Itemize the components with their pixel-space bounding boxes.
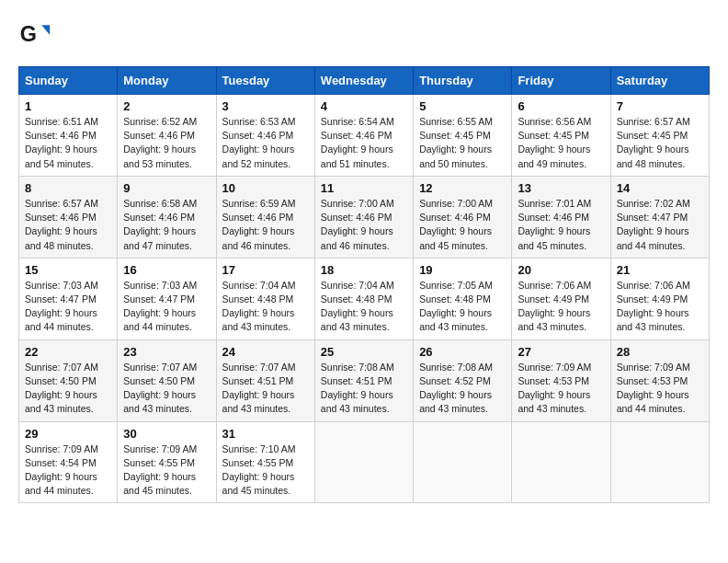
day-number: 18 bbox=[321, 263, 407, 277]
day-info: Sunrise: 7:06 AM Sunset: 4:49 PM Dayligh… bbox=[617, 279, 703, 335]
day-number: 20 bbox=[518, 263, 604, 277]
day-number: 5 bbox=[419, 99, 506, 113]
col-header-sunday: Sunday bbox=[19, 67, 118, 95]
day-info: Sunrise: 7:03 AM Sunset: 4:47 PM Dayligh… bbox=[25, 279, 111, 335]
day-cell: 3 Sunrise: 6:53 AM Sunset: 4:46 PM Dayli… bbox=[216, 95, 314, 177]
day-cell: 25 Sunrise: 7:08 AM Sunset: 4:51 PM Dayl… bbox=[314, 339, 413, 421]
day-number: 29 bbox=[25, 427, 111, 441]
day-info: Sunrise: 7:10 AM Sunset: 4:55 PM Dayligh… bbox=[222, 442, 309, 499]
day-headers-row: SundayMondayTuesdayWednesdayThursdayFrid… bbox=[19, 67, 710, 95]
day-cell: 26 Sunrise: 7:08 AM Sunset: 4:52 PM Dayl… bbox=[414, 339, 512, 421]
day-info: Sunrise: 7:09 AM Sunset: 4:53 PM Dayligh… bbox=[617, 361, 703, 417]
week-row-1: 1 Sunrise: 6:51 AM Sunset: 4:46 PM Dayli… bbox=[19, 95, 710, 177]
day-info: Sunrise: 6:56 AM Sunset: 4:45 PM Dayligh… bbox=[518, 115, 604, 171]
day-info: Sunrise: 6:59 AM Sunset: 4:46 PM Dayligh… bbox=[222, 197, 309, 253]
day-number: 21 bbox=[617, 263, 703, 277]
page-header: G bbox=[18, 18, 710, 52]
logo-icon: G bbox=[18, 18, 51, 52]
day-number: 2 bbox=[123, 99, 210, 113]
day-info: Sunrise: 7:02 AM Sunset: 4:47 PM Dayligh… bbox=[617, 197, 703, 253]
day-cell: 23 Sunrise: 7:07 AM Sunset: 4:50 PM Dayl… bbox=[118, 339, 216, 421]
day-cell: 9 Sunrise: 6:58 AM Sunset: 4:46 PM Dayli… bbox=[118, 176, 216, 258]
day-number: 15 bbox=[25, 263, 111, 277]
day-number: 13 bbox=[518, 181, 604, 195]
col-header-thursday: Thursday bbox=[414, 67, 512, 95]
day-number: 28 bbox=[617, 345, 703, 359]
day-cell: 21 Sunrise: 7:06 AM Sunset: 4:49 PM Dayl… bbox=[610, 258, 709, 339]
day-number: 4 bbox=[321, 99, 407, 113]
week-row-4: 22 Sunrise: 7:07 AM Sunset: 4:50 PM Dayl… bbox=[19, 339, 710, 421]
day-info: Sunrise: 7:03 AM Sunset: 4:47 PM Dayligh… bbox=[123, 279, 210, 335]
day-number: 1 bbox=[25, 99, 111, 113]
day-number: 31 bbox=[222, 427, 309, 441]
day-info: Sunrise: 7:07 AM Sunset: 4:51 PM Dayligh… bbox=[222, 361, 309, 417]
day-number: 27 bbox=[518, 345, 604, 359]
day-info: Sunrise: 6:52 AM Sunset: 4:46 PM Dayligh… bbox=[123, 115, 210, 171]
day-number: 26 bbox=[419, 345, 506, 359]
day-info: Sunrise: 7:00 AM Sunset: 4:46 PM Dayligh… bbox=[419, 197, 506, 253]
day-info: Sunrise: 6:53 AM Sunset: 4:46 PM Dayligh… bbox=[222, 115, 309, 171]
day-info: Sunrise: 7:09 AM Sunset: 4:53 PM Dayligh… bbox=[518, 361, 604, 417]
calendar-body: 1 Sunrise: 6:51 AM Sunset: 4:46 PM Dayli… bbox=[19, 95, 710, 503]
calendar-table: SundayMondayTuesdayWednesdayThursdayFrid… bbox=[18, 66, 710, 503]
day-number: 24 bbox=[222, 345, 309, 359]
day-cell bbox=[314, 421, 413, 503]
day-number: 30 bbox=[123, 427, 210, 441]
day-number: 16 bbox=[123, 263, 210, 277]
day-cell: 12 Sunrise: 7:00 AM Sunset: 4:46 PM Dayl… bbox=[414, 176, 512, 258]
day-cell: 10 Sunrise: 6:59 AM Sunset: 4:46 PM Dayl… bbox=[216, 176, 314, 258]
day-info: Sunrise: 7:00 AM Sunset: 4:46 PM Dayligh… bbox=[321, 197, 407, 253]
day-info: Sunrise: 7:05 AM Sunset: 4:48 PM Dayligh… bbox=[419, 279, 506, 335]
col-header-tuesday: Tuesday bbox=[216, 67, 314, 95]
col-header-wednesday: Wednesday bbox=[314, 67, 413, 95]
day-cell: 28 Sunrise: 7:09 AM Sunset: 4:53 PM Dayl… bbox=[610, 339, 709, 421]
day-number: 9 bbox=[123, 181, 210, 195]
col-header-friday: Friday bbox=[512, 67, 610, 95]
day-number: 19 bbox=[419, 263, 506, 277]
day-cell: 15 Sunrise: 7:03 AM Sunset: 4:47 PM Dayl… bbox=[19, 258, 118, 339]
day-info: Sunrise: 7:08 AM Sunset: 4:51 PM Dayligh… bbox=[321, 361, 407, 417]
day-info: Sunrise: 7:07 AM Sunset: 4:50 PM Dayligh… bbox=[123, 361, 210, 417]
day-number: 6 bbox=[518, 99, 604, 113]
day-cell: 16 Sunrise: 7:03 AM Sunset: 4:47 PM Dayl… bbox=[118, 258, 216, 339]
calendar-header: SundayMondayTuesdayWednesdayThursdayFrid… bbox=[19, 67, 710, 95]
day-cell bbox=[512, 421, 610, 503]
day-info: Sunrise: 7:04 AM Sunset: 4:48 PM Dayligh… bbox=[222, 279, 309, 335]
day-cell: 18 Sunrise: 7:04 AM Sunset: 4:48 PM Dayl… bbox=[314, 258, 413, 339]
day-cell: 2 Sunrise: 6:52 AM Sunset: 4:46 PM Dayli… bbox=[118, 95, 216, 177]
day-number: 8 bbox=[25, 181, 111, 195]
day-cell: 8 Sunrise: 6:57 AM Sunset: 4:46 PM Dayli… bbox=[19, 176, 118, 258]
day-cell: 22 Sunrise: 7:07 AM Sunset: 4:50 PM Dayl… bbox=[19, 339, 118, 421]
day-cell: 30 Sunrise: 7:09 AM Sunset: 4:55 PM Dayl… bbox=[118, 421, 216, 503]
day-cell: 24 Sunrise: 7:07 AM Sunset: 4:51 PM Dayl… bbox=[216, 339, 314, 421]
day-cell: 4 Sunrise: 6:54 AM Sunset: 4:46 PM Dayli… bbox=[314, 95, 413, 177]
day-info: Sunrise: 6:55 AM Sunset: 4:45 PM Dayligh… bbox=[419, 115, 506, 171]
day-info: Sunrise: 6:57 AM Sunset: 4:45 PM Dayligh… bbox=[617, 115, 703, 171]
week-row-5: 29 Sunrise: 7:09 AM Sunset: 4:54 PM Dayl… bbox=[19, 421, 710, 503]
day-number: 23 bbox=[123, 345, 210, 359]
day-info: Sunrise: 7:07 AM Sunset: 4:50 PM Dayligh… bbox=[25, 361, 111, 417]
day-cell: 5 Sunrise: 6:55 AM Sunset: 4:45 PM Dayli… bbox=[414, 95, 512, 177]
day-info: Sunrise: 7:01 AM Sunset: 4:46 PM Dayligh… bbox=[518, 197, 604, 253]
day-number: 25 bbox=[321, 345, 407, 359]
day-number: 11 bbox=[321, 181, 407, 195]
day-cell: 27 Sunrise: 7:09 AM Sunset: 4:53 PM Dayl… bbox=[512, 339, 610, 421]
day-info: Sunrise: 7:08 AM Sunset: 4:52 PM Dayligh… bbox=[419, 361, 506, 417]
day-cell: 13 Sunrise: 7:01 AM Sunset: 4:46 PM Dayl… bbox=[512, 176, 610, 258]
day-number: 10 bbox=[222, 181, 309, 195]
day-cell: 11 Sunrise: 7:00 AM Sunset: 4:46 PM Dayl… bbox=[314, 176, 413, 258]
week-row-2: 8 Sunrise: 6:57 AM Sunset: 4:46 PM Dayli… bbox=[19, 176, 710, 258]
day-info: Sunrise: 6:54 AM Sunset: 4:46 PM Dayligh… bbox=[321, 115, 407, 171]
day-info: Sunrise: 6:51 AM Sunset: 4:46 PM Dayligh… bbox=[25, 115, 111, 171]
day-number: 3 bbox=[222, 99, 309, 113]
day-cell: 31 Sunrise: 7:10 AM Sunset: 4:55 PM Dayl… bbox=[216, 421, 314, 503]
day-number: 7 bbox=[617, 99, 703, 113]
day-cell bbox=[610, 421, 709, 503]
day-info: Sunrise: 7:06 AM Sunset: 4:49 PM Dayligh… bbox=[518, 279, 604, 335]
day-cell: 20 Sunrise: 7:06 AM Sunset: 4:49 PM Dayl… bbox=[512, 258, 610, 339]
col-header-saturday: Saturday bbox=[610, 67, 709, 95]
week-row-3: 15 Sunrise: 7:03 AM Sunset: 4:47 PM Dayl… bbox=[19, 258, 710, 339]
day-cell: 14 Sunrise: 7:02 AM Sunset: 4:47 PM Dayl… bbox=[610, 176, 709, 258]
day-cell: 7 Sunrise: 6:57 AM Sunset: 4:45 PM Dayli… bbox=[610, 95, 709, 177]
day-cell: 1 Sunrise: 6:51 AM Sunset: 4:46 PM Dayli… bbox=[19, 95, 118, 177]
